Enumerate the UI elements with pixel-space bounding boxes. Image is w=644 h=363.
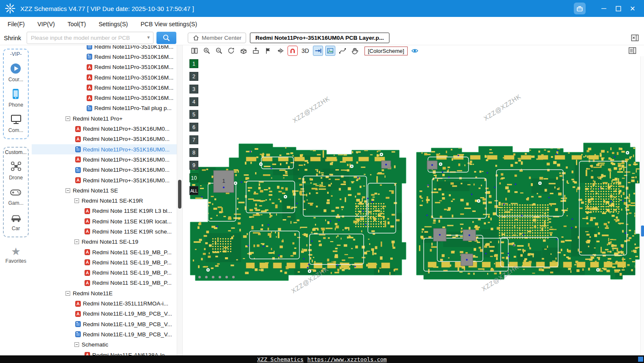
sidebar-item-game[interactable]: Gam... — [8, 186, 23, 206]
status-url[interactable]: https://www.xzztools.com — [307, 356, 387, 363]
tree-item[interactable]: Redmi Note11Pro+-351K16UM0... — [32, 134, 177, 144]
layer-button-9[interactable]: 9 — [189, 161, 198, 170]
menu-settings[interactable]: Settings(S) — [99, 21, 128, 28]
collapse-toggle-icon[interactable] — [66, 291, 70, 296]
magnet-tool-icon[interactable] — [288, 46, 298, 56]
split-view-icon[interactable] — [189, 46, 200, 56]
image-overlay-icon[interactable] — [325, 46, 335, 56]
tree-item[interactable]: Redmi Note11Pro-3510K16M... — [32, 52, 177, 62]
layer-panel-icon[interactable] — [628, 47, 636, 56]
layer-button-3[interactable]: 3 — [189, 85, 198, 94]
briefcase-icon[interactable] — [574, 3, 586, 14]
tree-group[interactable]: Redmi Note11 SE-L19 — [32, 237, 177, 247]
tree-item[interactable]: Redmi Note11 SE-L19_MB_P... — [32, 268, 177, 278]
zoom-in-icon[interactable] — [202, 46, 212, 56]
tree-item[interactable]: Redmi Note11Pro+-351K16UM0... — [32, 175, 177, 185]
close-button[interactable]: ✕ — [625, 2, 640, 15]
3d-view-button[interactable]: 3D — [300, 46, 311, 56]
tree-item[interactable]: Redmi Note11E-351L11RMOA-i... — [32, 298, 177, 308]
tree-item-label: Redmi Note11 SE-L19 — [82, 239, 138, 245]
minimize-button[interactable]: ─ — [597, 2, 611, 15]
close-panel-icon[interactable] — [631, 34, 639, 43]
tree-item[interactable]: Redmi Note11 SE-L19_MB_P... — [32, 278, 177, 288]
tree-item[interactable]: Redmi Note11Pro-3510K16M... — [32, 45, 177, 52]
tree-item[interactable]: Redmi Note 11SE K19R sche... — [32, 226, 177, 236]
tree-item[interactable]: Redmi Note11Pro-Tail plug p... — [32, 103, 177, 113]
tree-group[interactable]: Redmi Note11 SE-K19R — [32, 195, 177, 206]
tree-item[interactable]: Redmi Note11E-AN6138A-lo... — [32, 350, 177, 355]
pan-hand-icon[interactable] — [350, 46, 360, 56]
layer-button-8[interactable]: 8 — [189, 148, 198, 157]
tree-vertical-scrollbar[interactable] — [177, 45, 183, 355]
sidebar-item-drone[interactable]: Drone — [9, 161, 23, 181]
app-logo-icon — [4, 3, 16, 14]
layer-button-all[interactable]: ALL — [189, 186, 198, 195]
document-tab[interactable]: Redmi Note11Pro+-351K16UM0A PCB Layer.p.… — [250, 33, 389, 43]
sidebar-item-course[interactable]: Cour... — [8, 63, 23, 82]
colorscheme-button[interactable]: [ColorScheme] — [364, 47, 408, 55]
menu-tool[interactable]: Tool(T) — [68, 21, 86, 28]
tree-item[interactable]: Redmi Note11Pro+-351K16UM0... — [32, 144, 177, 154]
tree-item[interactable]: Redmi Note11E-L19_MB_PCB_V... — [32, 309, 177, 319]
box-icon[interactable] — [238, 46, 249, 56]
collapse-toggle-icon[interactable] — [74, 239, 79, 244]
layer-button-10[interactable]: 10 — [189, 173, 198, 182]
tree-item[interactable]: Redmi Note11Pro-3510K16M... — [32, 82, 177, 93]
eye-icon[interactable] — [410, 46, 420, 56]
maximize-button[interactable] — [611, 2, 625, 15]
zoom-out-icon[interactable] — [214, 46, 224, 56]
resize-grip[interactable] — [638, 357, 643, 362]
tree-item[interactable]: Redmi Note11Pro+-351K16UM0... — [32, 154, 177, 165]
shrink-button[interactable]: Shrink — [0, 35, 27, 41]
menu-file[interactable]: File(F) — [8, 21, 25, 28]
pdf-file-icon — [85, 352, 90, 355]
tree-item[interactable]: Redmi Note11Pro+-351K16UM0... — [32, 165, 177, 175]
tree-item[interactable]: Redmi Note11 SE-L19_MB_P... — [32, 257, 177, 267]
flip-horizontal-icon[interactable] — [275, 46, 285, 56]
sidebar-item-computer[interactable]: Com... — [8, 113, 23, 133]
menu-vip[interactable]: VIP(V) — [37, 21, 55, 28]
arrow-select-icon[interactable] — [313, 46, 323, 56]
tree-item[interactable]: Redmi Note11Pro-3510K16M... — [32, 72, 177, 82]
sidebar-item-phone[interactable]: Phone — [8, 88, 23, 108]
tree-item[interactable]: Redmi Note 11SE K19R locat... — [32, 216, 177, 226]
scrollbar-thumb[interactable] — [178, 180, 181, 209]
collapse-toggle-icon[interactable] — [74, 342, 79, 347]
chevron-down-icon[interactable]: ▼ — [146, 35, 151, 40]
sidebar-item-favorites[interactable]: ★ Favorites — [0, 246, 32, 264]
flag-icon[interactable] — [263, 46, 273, 56]
scrollbar-thumb[interactable] — [641, 226, 644, 236]
tree-item[interactable]: Redmi Note11E-L19_MB_PCB_V... — [32, 319, 177, 329]
search-input[interactable] — [27, 32, 153, 44]
tree-item[interactable]: Redmi Note11Pro-3510K16M... — [32, 62, 177, 72]
curve-icon[interactable] — [337, 46, 348, 56]
tree-item[interactable]: Redmi Note11Pro-3510K16M... — [32, 93, 177, 103]
layer-button-4[interactable]: 4 — [189, 97, 198, 106]
layer-button-6[interactable]: 6 — [189, 123, 198, 132]
sidebar-item-car[interactable]: Car — [10, 212, 22, 231]
menu-pcb-view-settings[interactable]: PCB View settings(S) — [140, 21, 197, 28]
tree-item[interactable]: Redmi Note 11SE K19R L3 bl... — [32, 206, 177, 216]
member-center-button[interactable]: Member Center — [188, 33, 246, 43]
tree-group[interactable]: Redmi Note11E — [32, 288, 177, 298]
refresh-icon[interactable] — [226, 46, 236, 56]
tree-group[interactable]: Schematic — [32, 340, 177, 350]
layer-button-7[interactable]: 7 — [189, 135, 198, 144]
tree-group[interactable]: Redmi Note11 SE — [32, 185, 177, 195]
tree-item[interactable]: Redmi Note11Pro+-351K16UM0... — [32, 124, 177, 134]
search-button[interactable] — [156, 32, 176, 44]
pdf-file-icon — [75, 177, 81, 183]
tree-item[interactable]: Redmi Note11E-L19_MB_PCB_V... — [32, 329, 177, 339]
tree-group[interactable]: Redmi Note11 Pro+ — [32, 113, 177, 124]
export-box-icon[interactable] — [251, 46, 261, 56]
collapse-toggle-icon[interactable] — [66, 188, 70, 193]
layer-button-5[interactable]: 5 — [189, 110, 198, 119]
pcb-board-image: 1 — [183, 56, 644, 355]
canvas-vertical-scrollbar[interactable] — [640, 56, 644, 355]
layer-button-2[interactable]: 2 — [189, 72, 198, 81]
pcb-canvas[interactable]: 1 12345678910ALL XZZ@XZZHK XZZ@XZZHK XZZ… — [183, 56, 644, 355]
collapse-toggle-icon[interactable] — [74, 198, 79, 203]
layer-button-1[interactable]: 1 — [189, 59, 198, 68]
collapse-toggle-icon[interactable] — [66, 116, 70, 121]
tree-item[interactable]: Redmi Note11 SE-L19_MB_P... — [32, 247, 177, 257]
